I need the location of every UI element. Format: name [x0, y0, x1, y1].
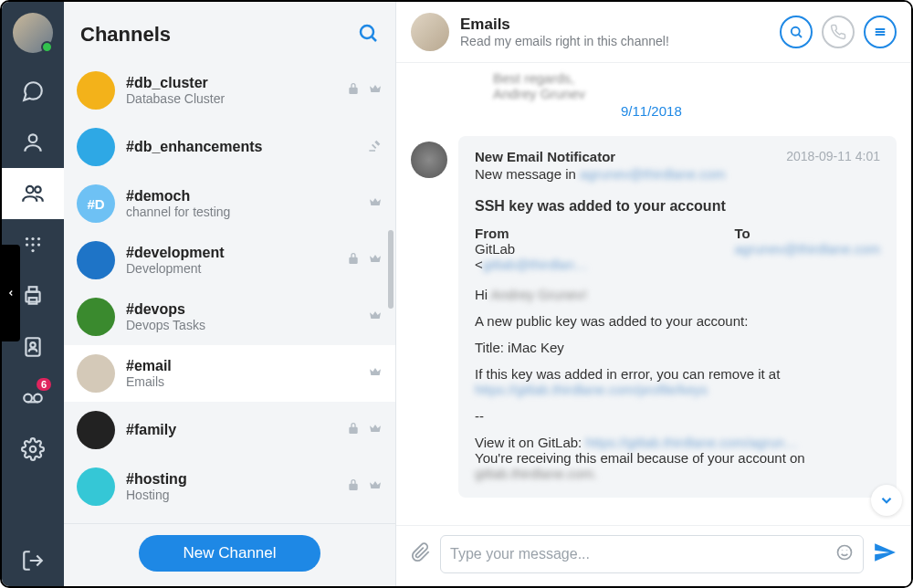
svg-point-7	[31, 243, 34, 246]
lock-icon	[346, 251, 361, 269]
nav-settings[interactable]	[2, 424, 64, 475]
channel-desc: Emails	[126, 374, 368, 389]
crown-icon	[368, 194, 383, 213]
prev-message-line: Andrey Grunev	[493, 86, 897, 101]
svg-point-16	[34, 394, 42, 403]
svg-point-15	[24, 394, 32, 403]
nav-logout[interactable]	[2, 535, 64, 586]
channel-item[interactable]: #family	[64, 402, 395, 458]
lock-icon	[346, 421, 361, 439]
app-root: 6 Channels #db_clusterDatabase Cluster#d…	[0, 0, 913, 588]
composer	[396, 525, 911, 586]
prev-message-line: Best regards,	[493, 70, 897, 86]
channel-item[interactable]: #emailEmails	[64, 345, 395, 402]
email-divider: --	[475, 408, 880, 424]
channels-panel: Channels #db_clusterDatabase Cluster#db_…	[64, 2, 396, 586]
channel-item[interactable]: #devopsDevops Tasks	[64, 289, 395, 345]
crown-icon	[368, 81, 383, 100]
svg-rect-12	[29, 298, 37, 304]
chat-title: Emails	[460, 16, 780, 34]
crown-icon	[368, 421, 383, 439]
send-icon[interactable]	[873, 541, 897, 568]
channel-avatar	[77, 298, 115, 336]
channel-status-icons	[346, 478, 383, 496]
nav-rail: 6	[2, 2, 64, 586]
nav-addressbook[interactable]	[2, 321, 64, 373]
channel-item[interactable]: #developmentDevelopment	[64, 232, 395, 289]
chat-search-button[interactable]	[780, 16, 813, 48]
from-label: From	[475, 226, 625, 241]
svg-point-1	[26, 186, 34, 194]
svg-point-8	[37, 243, 40, 246]
lock-icon	[346, 478, 361, 496]
channel-avatar	[77, 467, 115, 506]
message: New Email Notificator 2018-09-11 4:01 Ne…	[411, 136, 897, 498]
panel-title: Channels	[80, 23, 171, 47]
email-greeting: Hi Andrey Grunev!	[475, 287, 880, 302]
attach-icon[interactable]	[411, 542, 431, 566]
channel-status-icons	[346, 251, 383, 269]
search-icon[interactable]	[357, 22, 379, 47]
channel-item[interactable]: #D#demochchannel for testing	[64, 175, 395, 232]
chat-header: Emails Read my emails right in this chan…	[396, 2, 911, 63]
svg-point-4	[31, 237, 34, 240]
channel-name: #development	[126, 245, 346, 261]
channel-status-icons	[368, 194, 383, 213]
channel-avatar	[77, 411, 115, 449]
scroll-down-button[interactable]	[871, 485, 902, 516]
channel-name: #family	[126, 422, 346, 438]
svg-point-2	[35, 186, 40, 193]
svg-point-22	[792, 27, 800, 36]
channel-avatar	[77, 241, 115, 279]
chat-body: Best regards, Andrey Grunev 9/11/2018 Ne…	[396, 63, 911, 525]
nav-groups[interactable]	[2, 168, 64, 219]
sender-name: New Email Notificator	[475, 149, 615, 164]
channel-status-icons	[346, 421, 383, 439]
voicemail-badge: 6	[37, 378, 51, 391]
nav-fax[interactable]	[2, 270, 64, 321]
channel-name: #hosting	[126, 471, 346, 488]
svg-line-21	[373, 37, 377, 42]
emoji-icon[interactable]	[835, 543, 854, 565]
channel-name: #democh	[126, 188, 368, 205]
nav-voicemail[interactable]: 6	[2, 373, 64, 424]
email-body-line: Title: iMac Key	[475, 340, 880, 355]
lock-icon	[346, 81, 361, 100]
crown-icon	[368, 478, 383, 496]
channel-status-icons	[368, 308, 383, 326]
channel-status-icons	[368, 138, 383, 156]
channel-name: #email	[126, 358, 368, 374]
composer-input-wrap	[440, 535, 864, 573]
svg-point-0	[29, 134, 37, 142]
nav-contacts[interactable]	[2, 117, 64, 168]
chat-avatar	[411, 13, 449, 51]
message-timestamp: 2018-09-11 4:01	[786, 149, 880, 164]
channel-item[interactable]: #db_clusterDatabase Cluster	[64, 62, 395, 119]
channel-item[interactable]: #db_enhancements	[64, 119, 395, 175]
svg-point-27	[838, 546, 852, 560]
svg-point-20	[361, 26, 373, 38]
svg-line-23	[799, 35, 802, 37]
email-subject: SSH key was added to your account	[475, 198, 880, 215]
chat-call-button[interactable]	[822, 16, 855, 48]
profile-avatar[interactable]	[13, 13, 53, 53]
nav-conversations[interactable]	[2, 66, 64, 117]
scrollbar-thumb[interactable]	[388, 230, 394, 309]
email-body-line: If this key was added in error, you can …	[475, 366, 880, 397]
email-body-line: A new public key was added to your accou…	[475, 313, 880, 329]
svg-point-5	[37, 237, 40, 240]
new-channel-button[interactable]: New Channel	[139, 535, 320, 572]
svg-point-18	[30, 446, 37, 453]
chat-menu-button[interactable]	[864, 16, 897, 48]
presence-online-dot	[41, 41, 53, 53]
chat-area: Emails Read my emails right in this chan…	[396, 2, 911, 586]
channel-item[interactable]: #hostingHosting	[64, 458, 395, 515]
channel-desc: Database Cluster	[126, 91, 346, 106]
message-input[interactable]	[450, 546, 835, 562]
crown-icon	[368, 364, 383, 383]
sender-avatar	[411, 142, 447, 178]
svg-point-14	[30, 342, 35, 347]
channel-desc: Devops Tasks	[126, 318, 368, 332]
crown-icon	[368, 251, 383, 269]
crown-icon	[368, 308, 383, 326]
